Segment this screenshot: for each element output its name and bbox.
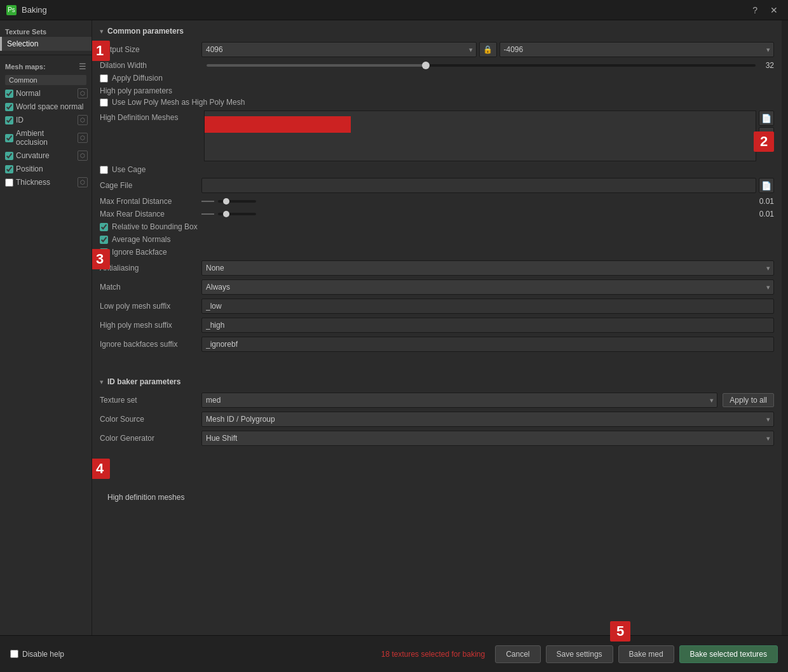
step-5: 5 <box>610 621 630 642</box>
map-item-id[interactable]: ID ⬡ <box>0 113 92 127</box>
rear-track[interactable] <box>218 213 256 215</box>
high-poly-suffix-input[interactable] <box>201 318 774 333</box>
use-cage-checkbox[interactable] <box>100 166 108 174</box>
cage-file-input[interactable] <box>201 178 756 193</box>
antialiasing-select-wrapper: None2x4x8x <box>201 260 774 276</box>
normal-checkbox[interactable] <box>5 90 13 98</box>
disable-help-label: Disable help <box>22 650 64 659</box>
worldspace-label: World space normal <box>16 102 88 111</box>
frontal-dist-value: 0.01 <box>759 197 774 206</box>
dilation-slider[interactable] <box>207 64 756 67</box>
id-checkbox[interactable] <box>5 116 13 124</box>
frontal-thumb[interactable] <box>223 198 229 205</box>
add-mesh-button[interactable]: 📄 <box>759 111 774 126</box>
curvature-checkbox[interactable] <box>5 152 13 160</box>
position-checkbox[interactable] <box>5 165 13 173</box>
texture-set-select[interactable]: med <box>201 393 717 408</box>
match-select[interactable]: AlwaysBy Mesh NameNever <box>201 279 774 295</box>
low-poly-suffix-input[interactable] <box>201 299 774 314</box>
high-def-box[interactable] <box>204 111 756 161</box>
output-size-label: Output Size <box>100 45 201 54</box>
dilation-fill <box>207 64 426 67</box>
rear-dist-label: Max Rear Distance <box>100 210 201 218</box>
common-params-header[interactable]: ▾ Common parameters <box>92 20 782 39</box>
apply-diffusion-label: Apply Diffusion <box>112 74 163 83</box>
use-cage-row: Use Cage <box>100 165 774 174</box>
map-item-normal[interactable]: Normal ⬡ <box>0 86 92 100</box>
map-item-thickness[interactable]: Thickness ⬡ <box>0 175 92 189</box>
scrollbar[interactable] <box>782 20 788 672</box>
texture-sets-label: Texture Sets <box>0 25 92 37</box>
map-item-ao[interactable]: Ambient occlusion ⬡ <box>0 127 92 149</box>
relative-bb-checkbox[interactable] <box>100 223 108 231</box>
high-poly-suffix-row: High poly mesh suffix <box>100 318 774 333</box>
curvature-label: Curvature <box>16 151 75 160</box>
bottom-bar: Disable help 18 textures selected for ba… <box>0 635 788 672</box>
antialiasing-select[interactable]: None2x4x8x <box>201 260 774 276</box>
color-source-select-wrapper: Mesh ID / Polygroup Vertex Color Materia… <box>201 412 774 427</box>
curvature-icon: ⬡ <box>78 151 88 161</box>
output-size-select[interactable]: 4096 2048 1024 <box>201 42 477 57</box>
color-gen-select[interactable]: Hue Shift Gradient Random <box>201 431 774 446</box>
dilation-thumb[interactable] <box>422 62 430 69</box>
main-layout: Texture Sets Selection Mesh maps: ☰ Comm… <box>0 20 788 672</box>
texture-set-label: Texture set <box>100 396 201 405</box>
save-settings-button[interactable]: Save settings <box>546 645 613 663</box>
output-size-right-select[interactable]: -4096 <box>499 42 775 57</box>
rear-line <box>201 213 214 215</box>
map-item-position[interactable]: Position <box>0 163 92 175</box>
frontal-dist-label: Max Frontal Distance <box>100 197 201 206</box>
frontal-dist-slider[interactable] <box>201 200 759 203</box>
normal-icon: ⬡ <box>78 88 88 98</box>
rear-thumb[interactable] <box>223 211 229 217</box>
apply-diffusion-checkbox[interactable] <box>100 74 108 83</box>
use-low-poly-checkbox[interactable] <box>100 98 108 107</box>
disable-help-checkbox[interactable] <box>10 650 18 658</box>
id-icon: ⬡ <box>78 115 88 125</box>
frontal-line <box>201 201 214 202</box>
bake-med-button[interactable]: Bake med <box>618 645 674 663</box>
filter-icon[interactable]: ☰ <box>79 62 86 71</box>
cage-file-input-group: 📄 <box>201 178 774 193</box>
ignore-backface-label: Ignore Backface <box>112 248 167 257</box>
cage-file-browse-button[interactable]: 📄 <box>759 178 774 193</box>
apply-diffusion-row: Apply Diffusion <box>100 74 774 83</box>
help-button[interactable]: ? <box>749 4 761 17</box>
sidebar: Texture Sets Selection Mesh maps: ☰ Comm… <box>0 20 92 672</box>
bake-selected-button[interactable]: Bake selected textures <box>679 645 778 663</box>
rear-dist-slider[interactable] <box>201 213 759 215</box>
step-4: 4 <box>92 459 110 479</box>
ao-icon: ⬡ <box>78 133 88 143</box>
ignore-bf-suffix-input[interactable] <box>201 337 774 352</box>
texture-set-row: Texture set med Apply to all <box>100 393 774 408</box>
bottom-left: Disable help <box>0 650 381 659</box>
worldspace-checkbox[interactable] <box>5 103 13 111</box>
color-source-select[interactable]: Mesh ID / Polygroup Vertex Color Materia… <box>201 412 774 427</box>
selection-label: Selection <box>7 39 38 48</box>
id-baker-section: ▾ ID baker parameters Texture set med Ap… <box>92 371 782 455</box>
high-def-label: High Definition Meshes <box>100 113 201 122</box>
window-title: Baking <box>22 5 749 15</box>
chevron-down-icon: ▾ <box>100 27 104 36</box>
cage-file-row: Cage File 📄 <box>100 178 774 193</box>
apply-all-button[interactable]: Apply to all <box>723 393 774 407</box>
cage-file-label: Cage File <box>100 181 201 190</box>
lock-button[interactable]: 🔒 <box>479 42 497 57</box>
close-button[interactable]: ✕ <box>766 4 782 17</box>
sidebar-item-selection[interactable]: Selection <box>0 37 92 51</box>
cancel-button[interactable]: Cancel <box>495 645 540 663</box>
map-item-worldspace[interactable]: World space normal <box>0 100 92 113</box>
sidebar-divider <box>0 55 92 55</box>
frontal-track[interactable] <box>218 200 256 203</box>
avg-normals-checkbox[interactable] <box>100 236 108 244</box>
step-2: 2 <box>754 131 774 152</box>
ao-checkbox[interactable] <box>5 134 13 142</box>
id-baker-header[interactable]: ▾ ID baker parameters <box>92 371 782 390</box>
texture-set-controls: med Apply to all <box>201 393 774 408</box>
id-label: ID <box>16 116 75 124</box>
map-item-curvature[interactable]: Curvature ⬡ <box>0 149 92 163</box>
thickness-checkbox[interactable] <box>5 178 13 187</box>
color-source-row: Color Source Mesh ID / Polygroup Vertex … <box>100 412 774 427</box>
id-baker-title: ID baker parameters <box>107 377 180 386</box>
high-def-meshes-info: High definition meshes <box>107 493 184 502</box>
